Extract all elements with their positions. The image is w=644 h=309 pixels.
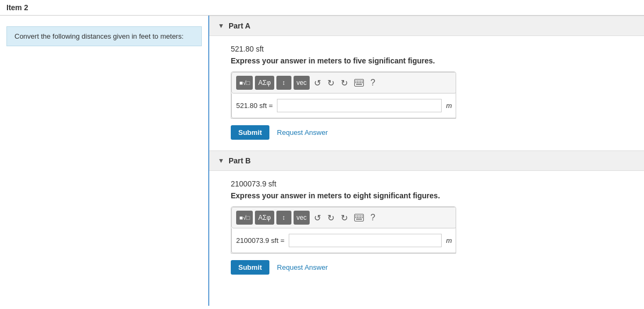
part-a-submit-button[interactable]: Submit bbox=[231, 125, 269, 140]
part-a-header[interactable]: ▼ Part A bbox=[209, 16, 644, 36]
part-b-request-answer-link[interactable]: Request Answer bbox=[277, 263, 328, 271]
part-b-formula-btn[interactable]: ■√□ bbox=[236, 211, 253, 225]
part-a-value: 521.80 sft bbox=[231, 45, 623, 53]
svg-rect-6 bbox=[355, 82, 356, 83]
svg-rect-10 bbox=[362, 82, 363, 83]
part-b-refresh-btn[interactable]: ↻ bbox=[339, 211, 350, 225]
svg-rect-5 bbox=[362, 81, 363, 82]
part-b-toolbar: ■√□ ΑΣφ ↕ vec ↺ bbox=[231, 207, 456, 228]
part-b-answer-label: 2100073.9 sft = bbox=[236, 236, 284, 245]
svg-rect-11 bbox=[356, 84, 362, 85]
svg-rect-18 bbox=[355, 217, 356, 218]
content-area: ▼ Part A 521.80 sft Express your answer … bbox=[209, 16, 644, 306]
part-b-unit: m bbox=[446, 236, 452, 245]
part-b-instruction: Express your answer in meters to eight s… bbox=[231, 191, 623, 200]
part-b-label: Part B bbox=[229, 156, 251, 165]
title-text: Item 2 bbox=[6, 3, 28, 12]
part-b-help-btn[interactable]: ? bbox=[368, 211, 377, 225]
svg-rect-22 bbox=[362, 217, 363, 218]
part-a-undo-btn[interactable]: ↺ bbox=[312, 76, 323, 90]
part-a-keyboard-btn[interactable] bbox=[352, 76, 366, 90]
part-b-undo-btn[interactable]: ↺ bbox=[312, 211, 323, 225]
part-b-chevron-icon: ▼ bbox=[218, 157, 224, 164]
part-a-action-row: Submit Request Answer bbox=[231, 125, 623, 140]
part-b-redo-btn[interactable]: ↻ bbox=[325, 211, 336, 225]
svg-rect-4 bbox=[360, 81, 361, 82]
part-a-sigma-btn[interactable]: ΑΣφ bbox=[255, 76, 274, 90]
part-b-keyboard-btn[interactable] bbox=[352, 211, 366, 225]
part-a-operator-btn[interactable]: ↕ bbox=[276, 76, 291, 90]
sidebar-instruction-box: Convert the following distances given in… bbox=[6, 26, 202, 46]
part-a-toolbar: ■√□ ΑΣφ ↕ vec ↺ bbox=[231, 72, 456, 94]
svg-rect-20 bbox=[358, 217, 360, 218]
part-b-action-row: Submit Request Answer bbox=[231, 260, 623, 275]
part-a-request-answer-link[interactable]: Request Answer bbox=[277, 128, 328, 136]
part-b-answer-row: 2100073.9 sft = m bbox=[231, 228, 456, 253]
part-a-body: 521.80 sft Express your answer in meters… bbox=[209, 36, 644, 150]
part-a-unit: m bbox=[446, 102, 452, 110]
svg-rect-7 bbox=[357, 82, 358, 83]
svg-rect-1 bbox=[355, 81, 356, 82]
item-title: Item 2 bbox=[0, 0, 644, 16]
main-layout: Convert the following distances given in… bbox=[0, 16, 644, 306]
part-b-operator-btn[interactable]: ↕ bbox=[276, 211, 291, 225]
svg-rect-9 bbox=[360, 82, 361, 83]
svg-rect-17 bbox=[362, 215, 363, 217]
part-b-body: 2100073.9 sft Express your answer in met… bbox=[209, 171, 644, 285]
sidebar-instruction-text: Convert the following distances given in… bbox=[14, 32, 184, 40]
part-a-formula-btn[interactable]: ■√□ bbox=[236, 76, 253, 90]
part-b-header[interactable]: ▼ Part B bbox=[209, 150, 644, 171]
part-b-section: ▼ Part B 2100073.9 sft Express your answ… bbox=[209, 150, 644, 285]
part-a-vec-btn[interactable]: vec bbox=[294, 76, 310, 90]
part-b-sigma-btn[interactable]: ΑΣφ bbox=[255, 211, 274, 225]
svg-rect-19 bbox=[357, 217, 358, 218]
svg-rect-13 bbox=[355, 215, 356, 217]
part-a-label: Part A bbox=[229, 21, 251, 30]
part-a-answer-row: 521.80 sft = m bbox=[231, 94, 456, 118]
part-b-answer-input[interactable] bbox=[289, 234, 442, 247]
svg-rect-3 bbox=[358, 81, 360, 82]
svg-rect-21 bbox=[360, 217, 361, 218]
part-a-redo-btn[interactable]: ↻ bbox=[325, 76, 336, 90]
part-b-submit-button[interactable]: Submit bbox=[231, 260, 269, 275]
svg-rect-8 bbox=[358, 82, 360, 83]
part-a-math-input-wrapper: ■√□ ΑΣφ ↕ vec ↺ bbox=[231, 71, 456, 119]
part-b-value: 2100073.9 sft bbox=[231, 179, 623, 188]
sidebar: Convert the following distances given in… bbox=[0, 16, 209, 306]
part-a-answer-input[interactable] bbox=[277, 99, 442, 112]
part-a-chevron-icon: ▼ bbox=[218, 22, 224, 30]
svg-rect-14 bbox=[357, 215, 358, 217]
svg-rect-23 bbox=[356, 219, 362, 220]
part-b-math-input-wrapper: ■√□ ΑΣφ ↕ vec ↺ bbox=[231, 206, 456, 254]
part-a-instruction: Express your answer in meters to five si… bbox=[231, 56, 623, 65]
part-a-section: ▼ Part A 521.80 sft Express your answer … bbox=[209, 16, 644, 150]
part-a-refresh-btn[interactable]: ↻ bbox=[339, 76, 350, 90]
svg-rect-2 bbox=[357, 81, 358, 82]
svg-rect-15 bbox=[358, 215, 360, 217]
part-a-answer-label: 521.80 sft = bbox=[236, 102, 273, 110]
part-b-vec-btn[interactable]: vec bbox=[294, 211, 310, 225]
svg-rect-16 bbox=[360, 215, 361, 217]
part-a-help-btn[interactable]: ? bbox=[368, 76, 377, 90]
